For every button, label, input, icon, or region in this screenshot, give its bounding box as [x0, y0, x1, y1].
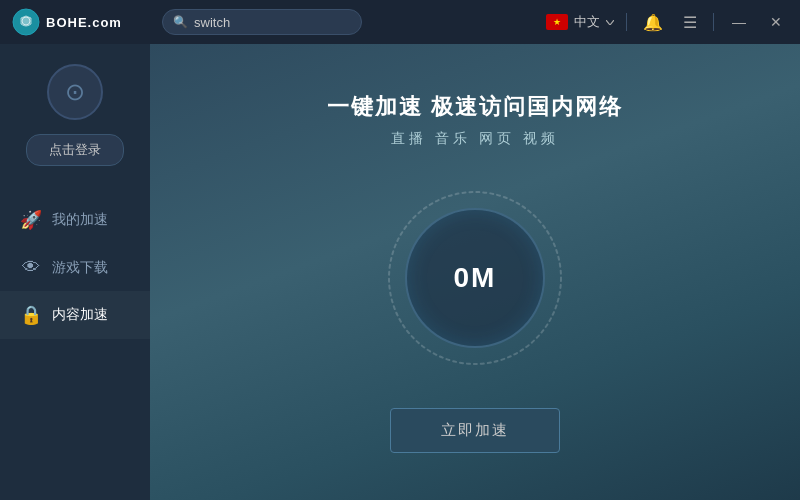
titlebar-right: ★ 中文 🔔 ☰ — ✕ — [546, 11, 788, 34]
sidebar-item-game-download[interactable]: 👁 游戏下载 — [0, 244, 150, 291]
main: ⊙ 点击登录 🚀 我的加速 👁 游戏下载 🔒 内容加速 一键加速 极速访问国内网… — [0, 44, 800, 500]
content-area: 一键加速 极速访问国内网络 直播 音乐 网页 视频 0M 立即加速 — [150, 44, 800, 500]
lock-icon: 🔒 — [20, 304, 42, 326]
sidebar-item-content-accel[interactable]: 🔒 内容加速 — [0, 291, 150, 339]
search-icon: 🔍 — [173, 15, 188, 29]
rocket-icon: 🚀 — [20, 209, 42, 231]
speed-value: 0M — [454, 262, 497, 294]
sidebar-label-game-download: 游戏下载 — [52, 259, 108, 277]
speed-dial: 0M — [385, 188, 565, 368]
login-button[interactable]: 点击登录 — [26, 134, 124, 166]
avatar: ⊙ — [47, 64, 103, 120]
notification-icon[interactable]: 🔔 — [639, 11, 667, 34]
search-input[interactable] — [194, 15, 351, 30]
dial-inner: 0M — [405, 208, 545, 348]
minimize-button[interactable]: — — [726, 12, 752, 32]
hero-title: 一键加速 极速访问国内网络 — [327, 92, 623, 122]
sidebar: ⊙ 点击登录 🚀 我的加速 👁 游戏下载 🔒 内容加速 — [0, 44, 150, 500]
eye-icon: 👁 — [20, 257, 42, 278]
divider — [626, 13, 627, 31]
avatar-icon: ⊙ — [65, 78, 85, 106]
close-button[interactable]: ✕ — [764, 12, 788, 32]
language-selector[interactable]: ★ 中文 — [546, 13, 614, 31]
accelerate-button[interactable]: 立即加速 — [390, 408, 560, 453]
sidebar-item-my-accel[interactable]: 🚀 我的加速 — [0, 196, 150, 244]
divider2 — [713, 13, 714, 31]
svg-point-1 — [22, 17, 30, 25]
titlebar: BOHE.com 🔍 ★ 中文 🔔 ☰ — ✕ — [0, 0, 800, 44]
flag-icon: ★ — [546, 14, 568, 30]
hero-subtitle: 直播 音乐 网页 视频 — [391, 130, 559, 148]
search-bar[interactable]: 🔍 — [162, 9, 362, 35]
menu-icon[interactable]: ☰ — [679, 11, 701, 34]
chevron-down-icon — [606, 20, 614, 25]
sidebar-label-content-accel: 内容加速 — [52, 306, 108, 324]
logo-text: BOHE.com — [46, 15, 122, 30]
logo-area: BOHE.com — [12, 8, 152, 36]
sidebar-label-my-accel: 我的加速 — [52, 211, 108, 229]
language-label: 中文 — [574, 13, 600, 31]
logo-icon — [12, 8, 40, 36]
